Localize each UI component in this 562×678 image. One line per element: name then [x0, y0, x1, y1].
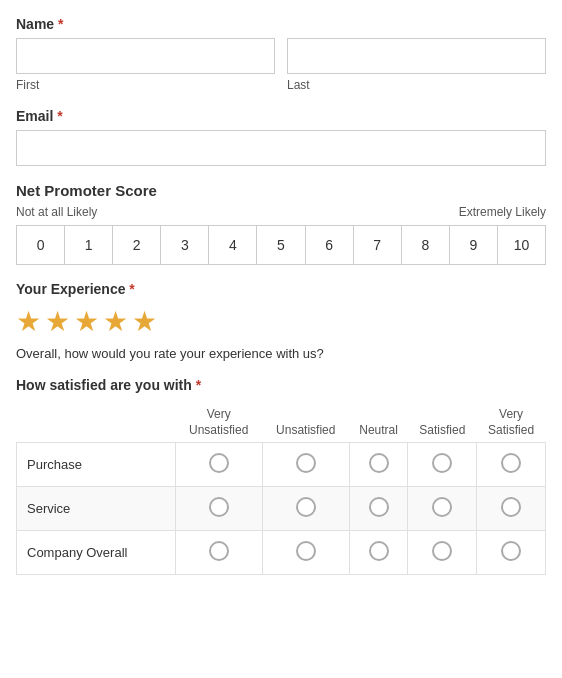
nps-labels: Not at all Likely Extremely Likely	[16, 205, 546, 219]
nps-button-4[interactable]: 4	[209, 226, 257, 264]
radio-1-4[interactable]	[501, 497, 521, 517]
radio-cell-2-2[interactable]	[349, 531, 408, 575]
nps-buttons: 012345678910	[16, 225, 546, 265]
star-3[interactable]: ★	[74, 305, 99, 338]
col-header-satisfied: Satisfied	[408, 403, 477, 443]
col-header-very-satisfied: VerySatisfied	[477, 403, 546, 443]
col-header-empty	[17, 403, 176, 443]
radio-cell-2-4[interactable]	[477, 531, 546, 575]
name-row: First Last	[16, 38, 546, 92]
nps-button-7[interactable]: 7	[354, 226, 402, 264]
radio-cell-2-0[interactable]	[175, 531, 262, 575]
satisfaction-row-1: Service	[17, 487, 546, 531]
satisfaction-row-2: Company Overall	[17, 531, 546, 575]
radio-1-2[interactable]	[369, 497, 389, 517]
radio-0-1[interactable]	[296, 453, 316, 473]
satisfaction-title: How satisfied are you with *	[16, 377, 546, 393]
radio-2-4[interactable]	[501, 541, 521, 561]
email-label: Email *	[16, 108, 546, 124]
star-2[interactable]: ★	[45, 305, 70, 338]
col-header-neutral: Neutral	[349, 403, 408, 443]
row-label-2: Company Overall	[17, 531, 176, 575]
first-name-input[interactable]	[16, 38, 275, 74]
name-field-group: Name * First Last	[16, 16, 546, 92]
radio-cell-2-1[interactable]	[262, 531, 349, 575]
radio-cell-1-3[interactable]	[408, 487, 477, 531]
satisfaction-section: How satisfied are you with * VeryUnsatis…	[16, 377, 546, 575]
radio-0-2[interactable]	[369, 453, 389, 473]
name-required-marker: *	[58, 16, 63, 32]
email-field-group: Email *	[16, 108, 546, 166]
radio-cell-0-1[interactable]	[262, 443, 349, 487]
row-label-0: Purchase	[17, 443, 176, 487]
email-label-text: Email	[16, 108, 53, 124]
name-label: Name *	[16, 16, 546, 32]
nps-high-label: Extremely Likely	[459, 205, 546, 219]
star-5[interactable]: ★	[132, 305, 157, 338]
radio-cell-1-4[interactable]	[477, 487, 546, 531]
experience-required-marker: *	[129, 281, 134, 297]
radio-2-3[interactable]	[432, 541, 452, 561]
radio-2-0[interactable]	[209, 541, 229, 561]
stars-container[interactable]: ★★★★★	[16, 305, 546, 338]
col-header-very-unsatisfied: VeryUnsatisfied	[175, 403, 262, 443]
nps-button-10[interactable]: 10	[498, 226, 545, 264]
nps-button-0[interactable]: 0	[17, 226, 65, 264]
satisfaction-row-0: Purchase	[17, 443, 546, 487]
radio-1-0[interactable]	[209, 497, 229, 517]
nps-button-3[interactable]: 3	[161, 226, 209, 264]
nps-section: Net Promoter Score Not at all Likely Ext…	[16, 182, 546, 265]
first-sublabel: First	[16, 78, 275, 92]
nps-button-5[interactable]: 5	[257, 226, 305, 264]
radio-1-1[interactable]	[296, 497, 316, 517]
last-sublabel: Last	[287, 78, 546, 92]
radio-0-3[interactable]	[432, 453, 452, 473]
nps-button-2[interactable]: 2	[113, 226, 161, 264]
radio-cell-1-1[interactable]	[262, 487, 349, 531]
radio-2-1[interactable]	[296, 541, 316, 561]
radio-cell-0-3[interactable]	[408, 443, 477, 487]
col-header-unsatisfied: Unsatisfied	[262, 403, 349, 443]
radio-2-2[interactable]	[369, 541, 389, 561]
experience-title-text: Your Experience	[16, 281, 125, 297]
last-name-input[interactable]	[287, 38, 546, 74]
radio-0-4[interactable]	[501, 453, 521, 473]
star-4[interactable]: ★	[103, 305, 128, 338]
experience-title: Your Experience *	[16, 281, 546, 297]
radio-cell-1-2[interactable]	[349, 487, 408, 531]
nps-title: Net Promoter Score	[16, 182, 546, 199]
name-label-text: Name	[16, 16, 54, 32]
satisfaction-table: VeryUnsatisfied Unsatisfied Neutral Sati…	[16, 403, 546, 575]
radio-cell-0-2[interactable]	[349, 443, 408, 487]
nps-button-1[interactable]: 1	[65, 226, 113, 264]
satisfaction-header-row: VeryUnsatisfied Unsatisfied Neutral Sati…	[17, 403, 546, 443]
radio-cell-2-3[interactable]	[408, 531, 477, 575]
nps-low-label: Not at all Likely	[16, 205, 97, 219]
radio-cell-0-0[interactable]	[175, 443, 262, 487]
star-1[interactable]: ★	[16, 305, 41, 338]
radio-cell-0-4[interactable]	[477, 443, 546, 487]
nps-button-9[interactable]: 9	[450, 226, 498, 264]
email-required-marker: *	[57, 108, 62, 124]
experience-section: Your Experience * ★★★★★ Overall, how wou…	[16, 281, 546, 361]
row-label-1: Service	[17, 487, 176, 531]
email-input[interactable]	[16, 130, 546, 166]
radio-1-3[interactable]	[432, 497, 452, 517]
last-name-col: Last	[287, 38, 546, 92]
first-name-col: First	[16, 38, 275, 92]
satisfaction-required-marker: *	[196, 377, 201, 393]
nps-button-6[interactable]: 6	[306, 226, 354, 264]
radio-cell-1-0[interactable]	[175, 487, 262, 531]
satisfaction-title-text: How satisfied are you with	[16, 377, 192, 393]
experience-description: Overall, how would you rate your experie…	[16, 346, 546, 361]
nps-button-8[interactable]: 8	[402, 226, 450, 264]
radio-0-0[interactable]	[209, 453, 229, 473]
